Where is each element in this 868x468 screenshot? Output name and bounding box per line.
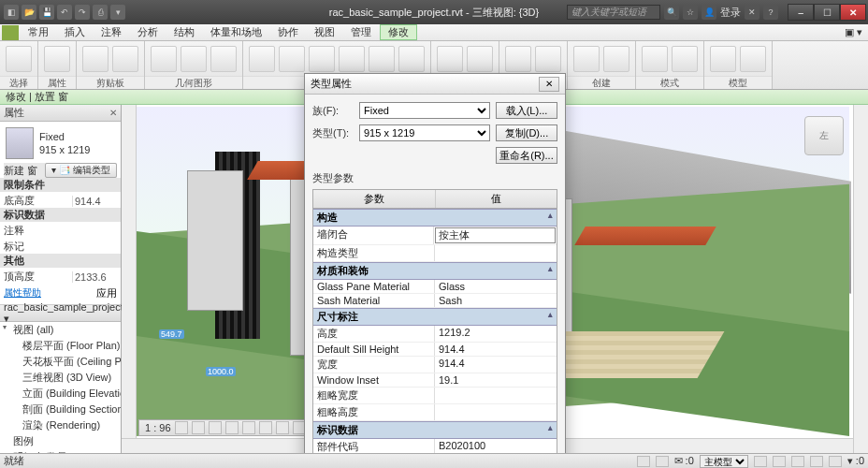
row-sash-material[interactable]: Sash MaterialSash (313, 294, 557, 308)
crop-view-icon[interactable] (259, 421, 272, 434)
family-select[interactable]: Fixed (359, 102, 490, 119)
load-button[interactable]: 载入(L)... (496, 102, 557, 119)
maximize-button[interactable]: ☐ (814, 4, 840, 21)
tab-体量和场地[interactable]: 体量和场地 (203, 24, 270, 40)
status-icon-b[interactable] (656, 456, 669, 467)
row-default-sill[interactable]: Default Sill Height914.4 (313, 343, 557, 357)
print-icon[interactable]: ⎙ (93, 5, 108, 20)
login-label[interactable]: 登录 (720, 6, 741, 20)
cat-dimensions[interactable]: 尺寸标注▴ (313, 308, 557, 326)
tree-item[interactable]: 三维视图 (3D View) (0, 370, 121, 386)
project-browser[interactable]: 视图 (all)楼层平面 (Floor Plan)天花板平面 (Ceiling … (0, 322, 121, 453)
ribbon-button[interactable] (181, 46, 207, 72)
visual-style-icon[interactable] (192, 421, 205, 434)
shadows-icon[interactable] (225, 421, 239, 434)
tab-注释[interactable]: 注释 (94, 24, 130, 40)
status-icon-d[interactable] (791, 456, 804, 467)
cat-identity-data[interactable]: 标识数据▴ (313, 421, 557, 439)
ribbon-button[interactable] (398, 46, 425, 72)
detail-level-icon[interactable] (175, 421, 188, 434)
row-wall-closure[interactable]: 墙闭合按主体 (313, 227, 557, 245)
ribbon-button[interactable] (82, 46, 108, 72)
ribbon-button[interactable] (740, 46, 766, 72)
ribbon-button[interactable] (44, 46, 70, 72)
subscription-icon[interactable]: ☆ (683, 5, 698, 20)
sun-path-icon[interactable] (209, 421, 222, 434)
temp-dim-b[interactable]: 1000.0 (206, 367, 236, 376)
search-input[interactable]: 键入关键字或短语 (567, 5, 660, 20)
open-icon[interactable]: 📂 (22, 5, 36, 20)
row-height[interactable]: 高度1219.2 (313, 326, 557, 343)
status-icon-f[interactable] (829, 456, 842, 467)
ribbon-button[interactable] (437, 46, 463, 72)
tab-管理[interactable]: 管理 (343, 24, 380, 40)
cat-construction[interactable]: 构造▴ (313, 209, 557, 227)
tree-item[interactable]: 天花板平面 (Ceiling Plan) (0, 354, 121, 370)
ribbon-button[interactable] (672, 46, 698, 72)
ribbon-button[interactable] (603, 46, 629, 72)
tree-item[interactable]: 视图 (all) (0, 322, 121, 338)
search-icon[interactable]: 🔍 (664, 5, 679, 20)
close-button[interactable]: ✕ (840, 4, 866, 21)
row-width[interactable]: 宽度914.4 (313, 357, 557, 373)
tree-item[interactable]: 渲染 (Rendering) (0, 417, 121, 433)
ribbon-button[interactable] (535, 46, 561, 72)
app-button[interactable] (2, 25, 19, 40)
tree-item[interactable]: 剖面 (Building Section) (0, 402, 121, 417)
tab-常用[interactable]: 常用 (21, 24, 57, 40)
temp-dim-a[interactable]: 549.7 (159, 329, 184, 339)
tab-分析[interactable]: 分析 (130, 24, 166, 40)
tab-协作[interactable]: 协作 (270, 24, 307, 40)
tab-插入[interactable]: 插入 (57, 24, 94, 40)
cat-materials[interactable]: 材质和装饰▴ (313, 262, 557, 280)
ribbon-button[interactable] (151, 46, 177, 72)
ribbon-help-icon[interactable]: ▣ ▾ (839, 26, 868, 38)
prop-comments[interactable]: 注释 (4, 224, 117, 238)
prop-sill-height[interactable]: 底高度914.4 (4, 194, 117, 208)
prop-head-height[interactable]: 顶高度2133.6 (4, 270, 117, 284)
tab-视图[interactable]: 视图 (307, 24, 343, 40)
row-construction-type[interactable]: 构造类型 (313, 245, 557, 262)
tab-结构[interactable]: 结构 (166, 24, 203, 40)
ribbon-button[interactable] (309, 46, 335, 72)
row-rough-width[interactable]: 粗略宽度 (313, 388, 557, 404)
edit-type-button[interactable]: ▾ 📑 编辑类型 (45, 163, 117, 178)
dialog-close-button[interactable]: ✕ (539, 77, 559, 92)
tree-item[interactable]: 立面 (Building Elevation) (0, 386, 121, 402)
ribbon-button[interactable] (249, 46, 275, 72)
tree-item[interactable]: 图例 (0, 433, 121, 449)
selection-filter-icon[interactable] (754, 456, 767, 467)
app-menu-icon[interactable]: ◧ (4, 5, 19, 20)
workset-select[interactable]: 主模型 (700, 455, 748, 468)
help-icon[interactable]: ? (763, 5, 778, 20)
ribbon-button[interactable] (573, 46, 600, 72)
type-select[interactable]: 915 x 1219 (359, 124, 490, 141)
view-scale[interactable]: 1 : 96 (145, 422, 171, 433)
ribbon-button[interactable] (505, 46, 531, 72)
ribbon-button[interactable] (279, 46, 305, 72)
properties-apply-button[interactable]: 应用 (96, 287, 117, 299)
user-icon[interactable]: 👤 (702, 5, 716, 20)
minimize-button[interactable]: ‒ (788, 4, 814, 21)
ribbon-button[interactable] (6, 46, 32, 72)
redo-icon[interactable]: ↷ (75, 5, 90, 20)
exchange-icon[interactable]: ✕ (745, 5, 760, 20)
properties-close-icon[interactable]: ✕ (109, 108, 117, 118)
ribbon-button[interactable] (210, 46, 237, 72)
rename-button[interactable]: 重命名(R)... (496, 147, 557, 164)
status-icon-c[interactable] (773, 456, 786, 467)
ribbon-button[interactable] (710, 46, 736, 72)
tree-item[interactable]: 楼层平面 (Floor Plan) (0, 338, 121, 354)
tab-修改[interactable]: 修改 (380, 24, 417, 40)
row-window-inset[interactable]: Window Inset19.1 (313, 373, 557, 388)
ribbon-button[interactable] (339, 46, 365, 72)
undo-icon[interactable]: ↶ (57, 5, 72, 20)
viewport-vscroll[interactable] (853, 105, 868, 453)
ribbon-button[interactable] (642, 46, 668, 72)
prop-mark[interactable]: 标记 (4, 240, 117, 254)
qat-more-icon[interactable]: ▾ (110, 5, 125, 20)
rendering-icon[interactable] (242, 421, 255, 434)
ribbon-button[interactable] (467, 46, 493, 72)
status-icon-a[interactable] (637, 456, 650, 467)
row-glass-material[interactable]: Glass Pane MaterialGlass (313, 280, 557, 294)
